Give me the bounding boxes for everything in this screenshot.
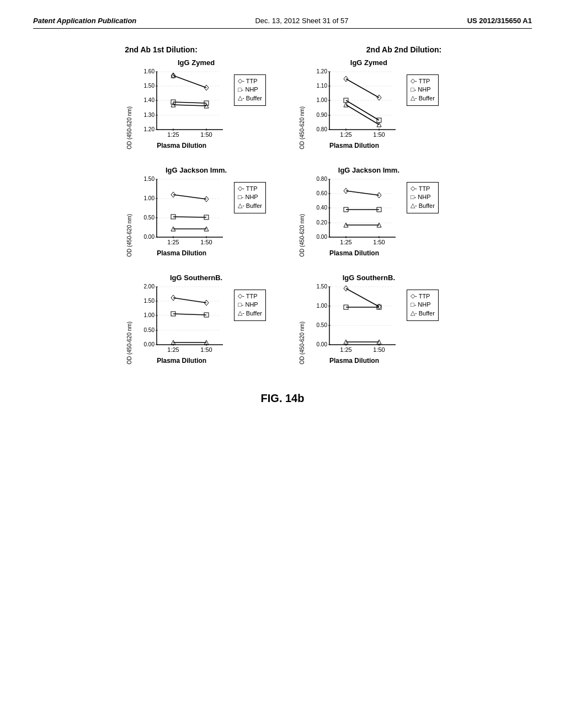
x-label-1: Plasma Dilution [135,142,228,149]
svg-text:1.00: 1.00 [317,97,328,103]
x-label-3: Plasma Dilution [135,249,228,257]
svg-text:1.20: 1.20 [317,69,328,74]
chart-svg-5: 2.00 1.50 1.00 0.50 0.00 1:25 1:50 [135,284,228,356]
svg-text:1.50: 1.50 [144,83,155,89]
svg-text:0.90: 0.90 [317,112,328,118]
y-label-wrap-1: OD (450-620 nm) [126,106,132,149]
legend-nhp-symbol-3: □- [238,194,243,200]
legend-3: ◇-TTP □-NHP △-Buffer [234,182,266,213]
legend-buffer-symbol-6: △- [411,309,417,317]
legend-ttp-symbol-1: ◇- [238,77,244,84]
legend-ttp-label-3: TTP [246,185,258,192]
svg-line-105 [346,191,379,195]
legend-2: ◇-TTP □-NHP △-Buffer [407,74,439,106]
svg-text:1:25: 1:25 [167,131,179,138]
charts-row-3: IgG SouthernB. OD (450-620 nm) [126,274,439,365]
svg-text:1:25: 1:25 [340,131,351,138]
svg-text:0.40: 0.40 [317,205,328,211]
y-axis-label-6: OD (450-620 nm) [299,322,305,365]
legend-item-ttp-2: ◇-TTP [411,77,435,84]
chart-wrap-4: OD (450-620 nm) [299,176,439,257]
legend-buffer-symbol-3: △- [238,202,244,209]
y-label-wrap-3: OD (450-620 nm) [126,214,132,257]
legend-ttp-symbol-6: ◇- [411,292,417,299]
svg-text:0.50: 0.50 [144,215,155,221]
chart-svg-wrap-5: 2.00 1.50 1.00 0.50 0.00 1:25 1:50 [135,284,228,365]
x-label-2: Plasma Dilution [307,142,401,149]
svg-text:1.30: 1.30 [144,112,155,118]
charts-row-1: IgG Zymed OD (450-620 nm) [126,58,439,149]
header-publication-label: Patent Application Publication [33,17,136,25]
svg-line-137 [173,314,206,315]
svg-line-53 [346,100,379,120]
legend-item-nhp-3: □-NHP [238,194,262,200]
legend-buffer-label-6: Buffer [419,310,435,317]
chart-title-2: IgG Zymed [350,58,387,67]
svg-text:1.10: 1.10 [317,83,328,89]
legend-item-nhp-5: □-NHP [238,301,262,308]
svg-text:1.50: 1.50 [144,176,155,182]
y-label-wrap-4: OD (450-620 nm) [299,214,305,257]
svg-text:1:25: 1:25 [340,239,351,245]
svg-text:0.50: 0.50 [317,322,328,328]
legend-item-nhp-4: □-NHP [411,194,435,200]
legend-item-ttp-3: ◇-TTP [238,185,262,192]
charts-row-2: IgG Jackson Imm. OD (450-620 nm) [126,166,439,257]
legend-6: ◇-TTP □-NHP △-Buffer [407,290,439,321]
chart-svg-wrap-6: 1.50 1.00 0.50 0.00 1:25 1:50 [307,284,401,365]
legend-4: ◇-TTP □-NHP △-Buffer [407,182,439,213]
x-label-5: Plasma Dilution [135,357,228,365]
y-axis-label-2: OD (450-620 nm) [299,106,305,149]
legend-ttp-symbol-5: ◇- [238,292,244,299]
legend-nhp-symbol-2: □- [411,86,416,93]
legend-item-nhp-1: □-NHP [238,86,262,93]
svg-line-27 [173,105,206,106]
svg-line-24 [173,102,206,103]
chart-wrap-1: OD (450-620 nm) [126,69,266,149]
svg-text:0.50: 0.50 [144,327,155,333]
chart-wrap-6: OD (450-620 nm) [299,284,439,365]
chart-container-2: IgG Zymed OD (450-620 nm) [299,58,439,149]
y-axis-label-5: OD (450-620 nm) [126,322,132,365]
svg-text:0.80: 0.80 [317,176,328,182]
chart-and-legend-5: 2.00 1.50 1.00 0.50 0.00 1:25 1:50 [135,284,266,365]
svg-text:0.00: 0.00 [317,234,328,240]
legend-ttp-symbol-2: ◇- [411,77,417,84]
legend-item-ttp-4: ◇-TTP [411,185,435,192]
legend-item-nhp-2: □-NHP [411,86,435,93]
legend-ttp-label-4: TTP [419,185,430,192]
svg-text:1:25: 1:25 [167,346,179,353]
y-axis-label-3: OD (450-620 nm) [126,214,132,257]
chart-svg-wrap-1: 1.60 1.50 1.40 1.30 1.20 1:25 [135,69,228,149]
x-label-6: Plasma Dilution [307,357,401,365]
svg-text:1.40: 1.40 [144,97,155,103]
chart-title-3: IgG Jackson Imm. [166,166,227,174]
legend-buffer-label-5: Buffer [246,310,262,317]
svg-text:1:50: 1:50 [200,131,212,138]
legend-ttp-label-1: TTP [246,78,258,84]
chart-title-1: IgG Zymed [178,58,215,67]
chart-svg-2: 1.20 1.10 1.00 0.90 0.80 1:25 1:50 [307,69,401,141]
legend-item-buffer-2: △-Buffer [411,94,435,101]
chart-wrap-2: OD (450-620 nm) [299,69,439,149]
svg-text:1:50: 1:50 [200,346,212,353]
legend-1: ◇-TTP □-NHP △-Buffer [234,74,266,106]
chart-and-legend-2: 1.20 1.10 1.00 0.90 0.80 1:25 1:50 [307,69,439,149]
legend-item-buffer-1: △-Buffer [238,94,262,101]
svg-text:1:25: 1:25 [340,346,351,353]
chart-svg-3: 1.50 1.00 0.50 0.00 1:25 1:50 [135,176,228,248]
chart-svg-wrap-2: 1.20 1.10 1.00 0.90 0.80 1:25 1:50 [307,69,401,149]
header-patent-number: US 2012/315650 A1 [467,17,532,25]
y-axis-label-4: OD (450-620 nm) [299,214,305,257]
y-axis-label-1: OD (450-620 nm) [126,106,132,149]
legend-nhp-label-1: NHP [245,86,258,93]
x-label-4: Plasma Dilution [307,249,401,257]
legend-nhp-label-2: NHP [418,86,430,93]
chart-svg-6: 1.50 1.00 0.50 0.00 1:25 1:50 [307,284,401,356]
legend-ttp-label-5: TTP [246,293,258,299]
svg-text:1.50: 1.50 [317,284,328,290]
svg-text:0.00: 0.00 [144,234,155,240]
chart-title-4: IgG Jackson Imm. [338,166,399,174]
svg-text:1.00: 1.00 [144,195,155,201]
svg-line-50 [346,79,379,98]
